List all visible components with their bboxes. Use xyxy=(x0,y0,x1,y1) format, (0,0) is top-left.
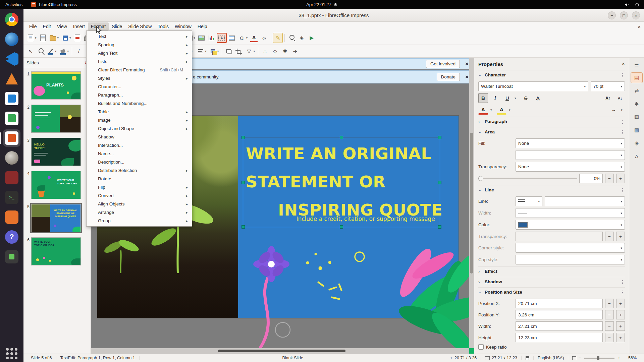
format-menu-item[interactable]: Shadow xyxy=(87,133,192,141)
insert-image-button[interactable] xyxy=(197,33,207,43)
format-menu-item[interactable]: Description... xyxy=(87,158,192,166)
position-y-decrease[interactable] xyxy=(605,310,614,319)
dock-item-chrome[interactable] xyxy=(3,11,20,28)
selection-handle-top-middle[interactable] xyxy=(340,136,343,139)
dock-item-help[interactable]: ? xyxy=(3,228,20,246)
infobar-close-icon[interactable]: × xyxy=(465,61,469,67)
slide-thumbnail-2[interactable]: 2 xyxy=(24,105,89,133)
dock-item-vlc[interactable] xyxy=(3,70,20,87)
infobar-close-icon[interactable]: × xyxy=(465,74,469,80)
zoom-pan-button[interactable] xyxy=(36,46,46,56)
font-color-button-panel[interactable] xyxy=(478,105,488,115)
format-menu-item[interactable]: Lists ▸ xyxy=(87,57,192,66)
selection-handle-top-right[interactable] xyxy=(438,136,441,139)
width-decrease[interactable] xyxy=(605,321,614,331)
selection-handle-middle-left[interactable] xyxy=(241,181,245,184)
tab-navigator[interactable]: ◈ xyxy=(631,138,642,148)
character-spacing-button[interactable] xyxy=(609,105,619,115)
format-menu-item[interactable]: Arrange ▸ xyxy=(87,208,192,217)
format-menu-item[interactable]: Object and Shape ▸ xyxy=(87,124,192,133)
italic-button[interactable] xyxy=(490,93,500,103)
zoom-slider-knob[interactable] xyxy=(597,356,599,360)
open-button[interactable] xyxy=(48,33,60,43)
slide-thumbnail-6[interactable]: 6 WRITE YOUR TOPIC OR IDEA xyxy=(24,237,89,265)
corner-style-combobox[interactable]: ▾ xyxy=(516,243,625,253)
status-zoom-level[interactable]: 56% xyxy=(624,356,641,360)
fill-color-button[interactable] xyxy=(58,46,70,56)
format-menu-item[interactable]: Rotate xyxy=(87,175,192,183)
selection-handle-bottom-right[interactable] xyxy=(438,225,441,229)
zoom-in-button[interactable]: + xyxy=(618,356,620,360)
section-position-size[interactable]: Position and Size ⋮ xyxy=(478,287,625,297)
dock-item-settings[interactable] xyxy=(3,248,20,265)
transparency-type-combobox[interactable]: None▾ xyxy=(516,162,625,172)
zoom-fit-icon[interactable] xyxy=(572,356,576,360)
start-slideshow-button[interactable]: ▶ xyxy=(307,33,317,43)
character-spacing-dropdown-icon[interactable] xyxy=(621,108,625,112)
zoom-button[interactable] xyxy=(286,33,297,43)
dock-item-calc[interactable] xyxy=(3,110,20,127)
format-menu-item[interactable]: Group ▸ xyxy=(87,217,192,225)
dock-item-writer[interactable] xyxy=(3,90,20,107)
position-y-field[interactable]: 3.26 cm xyxy=(516,310,603,319)
font-color-dropdown-icon[interactable] xyxy=(490,108,494,112)
insert-text-box-button[interactable]: A xyxy=(217,33,227,43)
close-button[interactable]: × xyxy=(632,11,640,19)
document-modified-icon[interactable] xyxy=(526,356,529,360)
height-increase[interactable] xyxy=(616,333,625,342)
donate-button[interactable]: Donate xyxy=(437,73,460,81)
export-pdf-button[interactable] xyxy=(72,33,83,43)
section-paragraph[interactable]: Paragraph ⋮ xyxy=(478,117,625,126)
format-menu-item[interactable]: Paragraph... xyxy=(87,91,192,99)
align-objects-button[interactable] xyxy=(196,46,208,56)
height-decrease[interactable] xyxy=(605,333,614,342)
hyperlink-button[interactable]: ∞ xyxy=(259,33,269,43)
properties-close-icon[interactable]: × xyxy=(622,61,625,67)
dock-item-software-store[interactable] xyxy=(3,208,20,226)
transparency-decrease-button[interactable] xyxy=(605,174,614,183)
width-field[interactable]: 27.21 cm xyxy=(516,321,603,331)
keep-ratio-checkbox[interactable] xyxy=(478,344,484,350)
format-menu-item[interactable]: Table ▸ xyxy=(87,108,192,116)
selection-handle-bottom-middle[interactable] xyxy=(340,225,343,229)
tab-slide-transition[interactable]: ⇄ xyxy=(631,86,642,96)
format-menu-item[interactable]: Name... xyxy=(87,149,192,158)
increase-font-size-button[interactable] xyxy=(603,93,613,103)
focused-app-indicator[interactable]: LibreOffice Impress xyxy=(31,2,76,7)
format-menu-item[interactable]: Distribute Selection ▸ xyxy=(87,166,192,175)
line-width-preset-combobox[interactable]: ▾ xyxy=(545,196,625,206)
strikethrough-button[interactable] xyxy=(521,93,531,103)
font-name-combobox[interactable]: Walter Turncoat▾ xyxy=(478,81,588,91)
format-menu-item[interactable]: Image ▸ xyxy=(87,116,192,124)
select-tool-button[interactable]: ↖ xyxy=(25,46,36,56)
interaction-button[interactable]: ➔ xyxy=(290,46,300,56)
tab-styles[interactable]: A xyxy=(631,151,642,161)
format-menu-item[interactable]: Align Text ▸ xyxy=(87,49,192,57)
position-x-field[interactable]: 20.71 cm xyxy=(516,299,603,308)
format-menu-item[interactable]: Styles ▸ xyxy=(87,74,192,82)
header-footer-button[interactable] xyxy=(227,33,237,43)
activities-button[interactable]: Activities xyxy=(5,2,22,7)
menu-slide[interactable]: Slide xyxy=(109,22,125,31)
sidebar-settings-icon[interactable]: ☰ xyxy=(631,60,642,70)
selection-handle-bottom-left[interactable] xyxy=(241,225,245,229)
font-size-combobox[interactable]: 70 pt▾ xyxy=(591,81,625,91)
section-shadow[interactable]: Shadow ⋮ xyxy=(478,277,625,286)
menu-slide-show[interactable]: Slide Show xyxy=(125,22,155,31)
height-field[interactable]: 12.23 cm xyxy=(516,333,603,342)
tab-master-slides[interactable]: ▦ xyxy=(631,112,642,122)
highlight-color-button[interactable] xyxy=(497,105,506,115)
transparency-increase-button[interactable] xyxy=(616,174,625,183)
underline-button[interactable] xyxy=(502,93,512,103)
fill-type-combobox[interactable]: None▾ xyxy=(516,138,625,148)
slide-thumbnail-5[interactable]: 5 WRITE AN ORIGINAL STATEMENT OR INSPIRI… xyxy=(24,204,89,232)
menu-file[interactable]: File xyxy=(26,22,40,31)
slide-thumbnail-3[interactable]: 3 HELLO THERE! xyxy=(24,138,89,166)
line-transparency-field[interactable] xyxy=(516,232,603,241)
menu-tools[interactable]: Tools xyxy=(155,22,172,31)
format-menu-item[interactable]: Spacing ▸ xyxy=(87,41,192,49)
format-menu-item[interactable]: Clear Direct Formatting Shift+Ctrl+M xyxy=(87,66,192,74)
dock-item-vscode[interactable] xyxy=(3,50,20,68)
format-menu-item[interactable]: Interaction... xyxy=(87,141,192,149)
tab-gallery[interactable]: ▧ xyxy=(631,125,642,135)
